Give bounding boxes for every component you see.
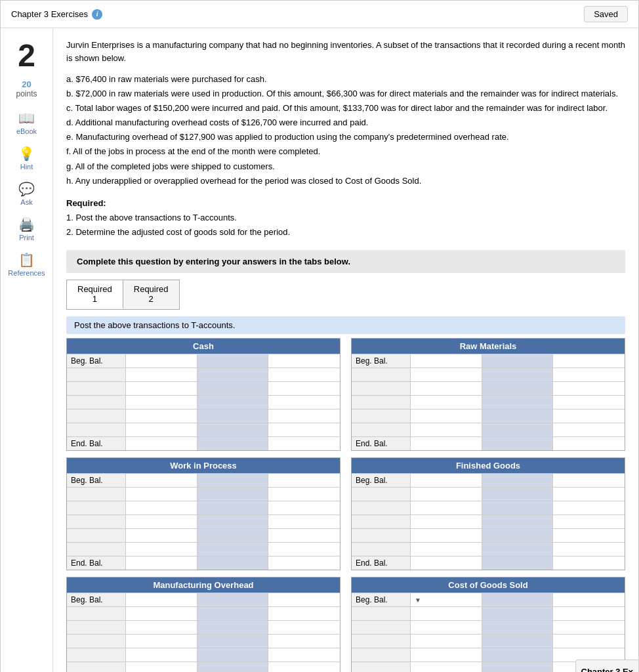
fg-r1-c1[interactable] (411, 488, 482, 501)
rm-end-c1[interactable] (411, 437, 482, 450)
cogs-r2-c3[interactable] (553, 621, 625, 634)
cash-r1-c3[interactable] (268, 368, 340, 381)
wip-r5-c2 (197, 543, 269, 556)
moh-r5-c1[interactable] (126, 662, 197, 672)
wip-end-c1[interactable] (126, 556, 197, 570)
cogs-r1-c3[interactable] (553, 607, 625, 620)
rm-r5-label (352, 423, 411, 436)
fg-r4-c3[interactable] (553, 529, 625, 542)
cogs-beg-c1[interactable]: ▼ (411, 593, 482, 606)
cash-r3-c2 (197, 396, 269, 409)
cash-r5-c1[interactable] (126, 423, 197, 436)
fg-r5-c3[interactable] (553, 543, 625, 556)
rm-r5-c3[interactable] (553, 423, 625, 436)
moh-r4-c1[interactable] (126, 648, 197, 662)
wip-r1-c3[interactable] (268, 488, 340, 501)
rm-beg-c1[interactable] (411, 354, 482, 368)
cash-end-c1[interactable] (126, 437, 197, 450)
cash-r4-label (67, 410, 126, 423)
wip-r2-c1[interactable] (126, 501, 197, 514)
sidebar-item-references[interactable]: 📋 References (1, 248, 52, 281)
tab-required-1[interactable]: Required1 (67, 280, 123, 309)
wip-r4-label (67, 529, 126, 542)
cash-r1-c1[interactable] (126, 368, 197, 381)
rm-r3-c1[interactable] (411, 396, 482, 409)
fg-r2-c1[interactable] (411, 501, 482, 514)
wip-r3-c1[interactable] (126, 515, 197, 528)
cash-r3-c3[interactable] (268, 396, 340, 409)
rm-r4-c2 (482, 410, 554, 423)
tab-required-2[interactable]: Required2 (123, 280, 179, 309)
fg-r3-c1[interactable] (411, 515, 482, 528)
sidebar-item-print[interactable]: 🖨️ Print (1, 213, 52, 245)
moh-r3-c1[interactable] (126, 635, 197, 648)
cash-beg-c3[interactable] (268, 354, 340, 368)
cogs-row-beg: Beg. Bal. ▼ (352, 593, 625, 606)
rm-r2-c3[interactable] (553, 382, 625, 395)
rm-beg-c3[interactable] (553, 354, 625, 368)
transaction-d: d. Additional manufacturing overhead cos… (66, 116, 625, 130)
rm-row-end: End. Bal. (352, 436, 625, 450)
wip-r3-c3[interactable] (268, 515, 340, 528)
cash-r2-c3[interactable] (268, 382, 340, 395)
saved-button[interactable]: Saved (584, 6, 628, 22)
wip-row-1 (67, 487, 340, 501)
cogs-r3-c3[interactable] (553, 635, 625, 648)
moh-r5-c3[interactable] (268, 662, 340, 672)
cash-r2-c1[interactable] (126, 382, 197, 395)
wip-r5-c3[interactable] (268, 543, 340, 556)
cogs-r5-c1[interactable] (411, 662, 482, 672)
cogs-r3-c1[interactable] (411, 635, 482, 648)
cogs-beg-c3[interactable] (553, 593, 625, 606)
cash-r4-c3[interactable] (268, 410, 340, 423)
rm-r4-c3[interactable] (553, 410, 625, 423)
fg-r5-c1[interactable] (411, 543, 482, 556)
rm-r2-c1[interactable] (411, 382, 482, 395)
wip-beg-c3[interactable] (268, 474, 340, 487)
moh-r3-c3[interactable] (268, 635, 340, 648)
moh-r1-c1[interactable] (126, 607, 197, 620)
cash-r4-c1[interactable] (126, 410, 197, 423)
wip-end-c3[interactable] (268, 556, 340, 570)
fg-end-c3[interactable] (553, 556, 625, 570)
cash-r3-c1[interactable] (126, 396, 197, 409)
fg-r1-c3[interactable] (553, 488, 625, 501)
moh-beg-c3[interactable] (268, 593, 340, 606)
rm-end-c3[interactable] (553, 437, 625, 450)
rm-r3-label (352, 396, 411, 409)
fg-beg-c3[interactable] (553, 474, 625, 487)
wip-r4-c1[interactable] (126, 529, 197, 542)
wip-r5-c1[interactable] (126, 543, 197, 556)
cogs-r4-c1[interactable] (411, 648, 482, 662)
rm-r4-c1[interactable] (411, 410, 482, 423)
sidebar-item-ask[interactable]: 💬 Ask (1, 177, 52, 210)
rm-r5-c1[interactable] (411, 423, 482, 436)
rm-r1-c1[interactable] (411, 368, 482, 381)
cash-end-c3[interactable] (268, 437, 340, 450)
wip-r2-c3[interactable] (268, 501, 340, 514)
wip-r4-c3[interactable] (268, 529, 340, 542)
wip-r3-label (67, 515, 126, 528)
fg-end-c1[interactable] (411, 556, 482, 570)
sidebar-item-ebook[interactable]: 📖 eBook (1, 106, 52, 139)
moh-r2-c1[interactable] (126, 621, 197, 634)
info-icon[interactable]: i (92, 9, 102, 20)
cash-beg-c1[interactable] (126, 354, 197, 368)
wip-r1-c1[interactable] (126, 488, 197, 501)
rm-r1-c3[interactable] (553, 368, 625, 381)
cogs-r2-c1[interactable] (411, 621, 482, 634)
moh-r1-c3[interactable] (268, 607, 340, 620)
fg-r2-c3[interactable] (553, 501, 625, 514)
wip-beg-c1[interactable] (126, 474, 197, 487)
cash-r5-c3[interactable] (268, 423, 340, 436)
moh-r2-c3[interactable] (268, 621, 340, 634)
sidebar-item-hint[interactable]: 💡 Hint (1, 142, 52, 175)
cogs-r1-c1[interactable] (411, 607, 482, 620)
fg-r4-c1[interactable] (411, 529, 482, 542)
rm-r3-c3[interactable] (553, 396, 625, 409)
moh-beg-c1[interactable] (126, 593, 197, 606)
moh-r4-c3[interactable] (268, 648, 340, 662)
fg-r3-c3[interactable] (553, 515, 625, 528)
fg-r5-c2 (482, 543, 554, 556)
fg-beg-c1[interactable] (411, 474, 482, 487)
